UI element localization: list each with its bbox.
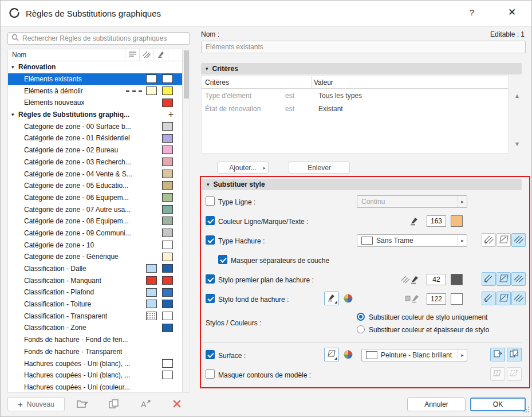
rename-button[interactable]: A (135, 398, 156, 411)
new-rule-button[interactable]: + Nouveau (7, 397, 65, 411)
pens-colors-row: Stylos / Couleurs : Substituer couleur d… (1, 311, 532, 337)
dashed-line-preview (126, 91, 142, 92)
background-pen-color-chip[interactable] (451, 293, 463, 305)
fill-foreground-pen-row: Stylo premier plan de hachure : 42 (1, 272, 532, 287)
contours-option-a-button[interactable] (490, 367, 505, 381)
criteria-column-title: Critères (205, 78, 229, 86)
criteria-section-header[interactable]: ▾ Critères (201, 63, 522, 74)
color-wheel-icon[interactable] (344, 294, 353, 305)
list-group-row[interactable]: ▾Rénovation (8, 61, 182, 73)
criteria-table: Critères Valeur Type d'élément est Tous … (201, 76, 509, 154)
list-item-row[interactable]: Catégorie de zone - 01 Résidentiel (8, 132, 182, 144)
help-button[interactable]: ? (466, 7, 478, 17)
list-item-row[interactable]: Eléments à démolir (8, 85, 182, 97)
line-color-checkbox[interactable] (206, 216, 215, 225)
contours-option-b-button[interactable] (507, 367, 522, 381)
surface-apply-all-button[interactable] (507, 348, 522, 361)
remove-criterion-button[interactable]: Enlever (289, 162, 350, 174)
close-button[interactable]: ✕ (505, 6, 519, 18)
surface-checkbox[interactable] (206, 350, 215, 359)
hide-skin-separators-checkbox[interactable] (218, 255, 227, 264)
line-type-checkbox[interactable] (206, 196, 215, 206)
add-criterion-button[interactable]: Ajouter... ▸ (217, 162, 269, 174)
delete-button[interactable] (166, 398, 188, 411)
move-down-button[interactable]: ▼ (511, 140, 523, 147)
name-field-label: Nom : (201, 30, 219, 38)
rule-name-input[interactable] (201, 41, 526, 53)
list-item-row[interactable]: Catégorie de zone - 04 Vente & S... (8, 168, 182, 180)
section-collapse-icon: ▾ (206, 66, 208, 72)
resize-grip[interactable] (523, 407, 530, 415)
pen-color-only-radio[interactable] (357, 313, 365, 321)
hide-model-contours-row: Masquer contours de modèle : (1, 367, 532, 382)
list-item-row[interactable]: Catégorie de zone - 00 Surface b... (8, 120, 182, 132)
add-rule-button[interactable]: + (168, 109, 174, 120)
move-up-button[interactable]: ▲ (511, 92, 523, 99)
background-pen-number-field[interactable]: 122 (427, 293, 446, 305)
foreground-pen-color-chip[interactable] (451, 274, 463, 285)
line-type-dropdown[interactable]: Continu ▸ (357, 195, 467, 208)
list-item-row[interactable]: Eléments nouveaux (8, 97, 182, 109)
search-input[interactable] (22, 34, 186, 42)
rule-name: Eléments existants (24, 75, 82, 83)
pen-icon (409, 216, 419, 227)
criterion-value: Tous les types (318, 92, 362, 100)
list-item-row[interactable]: Catégorie de zone - 05 Educatio... (8, 180, 182, 192)
list-item-row[interactable]: Catégorie de zone - 02 Bureau (8, 144, 182, 156)
cancel-button[interactable]: Annuler (407, 398, 466, 411)
scrollbar-thumb[interactable] (184, 50, 189, 99)
fill-orientation-project-button[interactable] (482, 233, 496, 247)
foreground-apply-c-button[interactable] (511, 272, 526, 286)
expand-triangle-icon[interactable]: ▾ (11, 112, 14, 117)
delete-x-icon (172, 399, 182, 410)
surface-preview-swatch (366, 351, 377, 359)
plus-icon: + (18, 399, 23, 409)
foreground-apply-a-button[interactable] (482, 272, 496, 286)
hide-model-contours-label: Masquer contours de modèle : (218, 371, 311, 379)
background-apply-a-button[interactable] (482, 292, 496, 305)
line-color-chip[interactable] (451, 215, 463, 227)
dropdown-arrow-icon: ▸ (458, 196, 467, 207)
fill-type-dropdown[interactable]: Sans Trame ▸ (357, 234, 467, 247)
name-column-header[interactable]: Nom (8, 49, 125, 61)
fill-type-value: Sans Trame (376, 237, 454, 245)
surface-picker-button[interactable] (324, 348, 339, 361)
duplicate-button[interactable] (103, 398, 125, 411)
surface-dropdown[interactable]: Peinture - Blanc brillant ▸ (361, 349, 467, 361)
dropdown-arrow-icon: ▸ (458, 235, 467, 246)
background-apply-c-button[interactable] (511, 292, 526, 305)
pen-column-header[interactable] (153, 49, 168, 61)
hide-model-contours-checkbox[interactable] (206, 369, 215, 379)
fill-column-header[interactable] (139, 49, 153, 61)
list-item-row[interactable]: Eléments existants (8, 73, 182, 85)
fill-orientation-distorted-button[interactable] (511, 233, 526, 247)
folder-icon (77, 399, 88, 410)
fill-type-checkbox[interactable] (206, 235, 215, 245)
fill-background-pen-checkbox[interactable] (206, 294, 215, 303)
color-wheel-icon[interactable] (344, 350, 353, 361)
pen-color-weight-radio[interactable] (357, 325, 365, 333)
list-group-row[interactable]: ▾Règles de Substitutions graphiq...+ (8, 109, 182, 121)
foreground-apply-b-button[interactable] (496, 272, 511, 286)
surface-row: Surface : Peinture - Blanc brillant ▸ (1, 348, 532, 363)
new-folder-button[interactable] (72, 398, 93, 411)
color-swatch (162, 134, 173, 143)
fill-background-pen-row: Stylo fond de hachure : 122 (1, 292, 532, 306)
pen-color-weight-label: Substituer couleur et épaisseur de stylo (369, 326, 489, 334)
foreground-pen-number-field[interactable]: 42 (427, 274, 446, 285)
hatch-variant-icon (499, 274, 509, 284)
surface-value: Peinture - Blanc brillant (381, 351, 454, 359)
fill-foreground-pen-checkbox[interactable] (206, 274, 215, 284)
linetype-column-header[interactable] (125, 49, 139, 61)
ok-button[interactable]: OK (470, 398, 526, 411)
background-apply-b-button[interactable] (496, 292, 511, 305)
background-pen-picker-button[interactable] (324, 292, 339, 305)
list-item-row[interactable]: Catégorie de zone - 03 Recherch... (8, 156, 182, 168)
fill-orientation-fit-button[interactable] (496, 233, 511, 247)
line-pen-number-field[interactable]: 163 (427, 215, 446, 227)
expand-triangle-icon[interactable]: ▾ (11, 64, 14, 70)
line-color-row: Couleur Ligne/Marque/Texte : 163 (1, 214, 532, 229)
surface-apply-cut-button[interactable] (490, 348, 505, 361)
list-item-row[interactable]: Hachures coupées - Uni (couleur... (8, 381, 182, 393)
override-style-section-header[interactable]: ▾ Substituer style (202, 179, 522, 190)
